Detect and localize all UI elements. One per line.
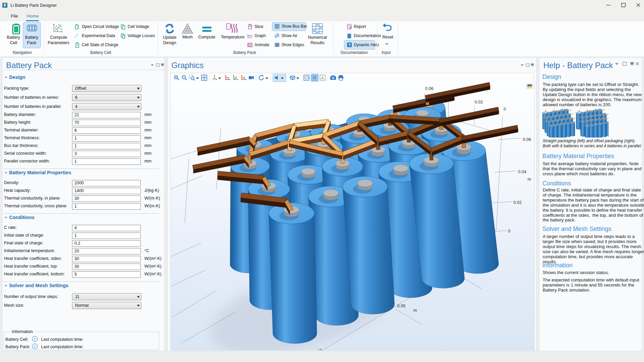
svg-text:?: ?: [348, 43, 350, 48]
svg-text:0: 0: [508, 229, 510, 234]
svg-text:0.06: 0.06: [523, 137, 531, 142]
svg-text:m: m: [528, 177, 531, 182]
svg-text:0.04: 0.04: [518, 170, 526, 174]
svg-text:0: 0: [504, 107, 506, 112]
svg-text:0.02: 0.02: [475, 100, 483, 104]
svg-text:0.06: 0.06: [425, 86, 433, 91]
svg-text:0.05: 0.05: [397, 304, 405, 308]
svg-text:0.02: 0.02: [513, 200, 521, 205]
svg-text:xy: xy: [226, 76, 229, 79]
svg-text:xz: xz: [242, 76, 245, 79]
svg-text:m: m: [413, 308, 417, 313]
svg-text:0: 0: [319, 348, 322, 350]
svg-text:yz: yz: [234, 76, 237, 79]
